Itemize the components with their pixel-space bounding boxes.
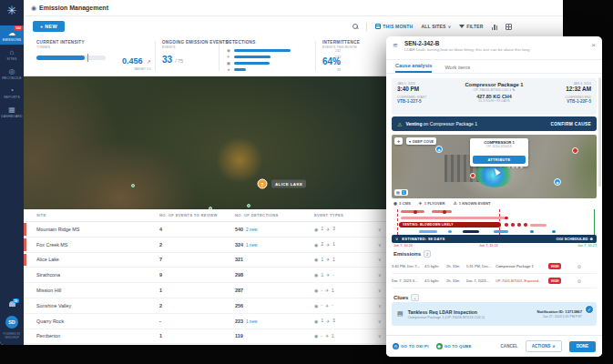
events-to-review: 4 xyxy=(159,227,235,232)
sidebar-item[interactable]: RECONCILE xyxy=(0,64,24,83)
cause-event: Venting xyxy=(405,121,422,126)
detections-count: 287 xyxy=(235,288,243,293)
sidebar: ✳ 102 EMISSIONS SITES RECONCILE REPORTS xyxy=(0,0,24,345)
new-button[interactable]: + NEW xyxy=(33,21,65,32)
search-icon[interactable] xyxy=(352,24,358,29)
calendar-icon xyxy=(375,24,381,29)
emission-source[interactable]: Compressor Package 1 xyxy=(496,264,548,268)
flyover-icon: ✈ xyxy=(326,242,330,248)
end-reference-link[interactable]: VTB-1-22F-5 xyxy=(567,99,591,104)
go-to-qube-link[interactable]: ◉GO TO QUBE xyxy=(436,343,472,349)
clues-section-header: Clues + xyxy=(393,294,419,301)
cancel-button[interactable]: CANCEL xyxy=(501,344,518,349)
close-icon[interactable]: × xyxy=(591,41,596,49)
edit-icon[interactable]: ✎ xyxy=(512,88,515,92)
layers-toggle[interactable]: ▦1 xyxy=(394,189,408,196)
emission-row[interactable]: 3:40 PM, Dec 7... 4.5 kg/hr 2h, 31m 5:31… xyxy=(392,259,597,274)
event-timeline[interactable]: VENTING: BLOWDOWN LIKELY ∨ ESTIMATED: 98… xyxy=(392,209,597,248)
map-site-dot[interactable] xyxy=(131,184,135,187)
panel-scrollbar[interactable] xyxy=(598,77,601,187)
site-name: Quarry Rock xyxy=(36,318,159,324)
site-minimap[interactable]: ✛ ▾DEEP COVE COMPRESSOR 1 OP-3234-32341S… xyxy=(392,135,597,198)
detection-bar xyxy=(234,49,291,52)
emission-rate: 55.3 KG/H • 99 DAYS xyxy=(478,99,510,103)
detections-count: 298 xyxy=(235,272,243,278)
camera-marker[interactable]: ◉ xyxy=(435,146,443,153)
detection-source-icon: ✈ xyxy=(226,55,231,59)
sidebar-item[interactable]: DASHBOARD xyxy=(0,102,24,121)
panel-tabs: Cause analysis Work items xyxy=(386,60,602,74)
estimate-bar[interactable]: ∨ ESTIMATED: 98 DAYS OGI SCHEDULED⊕ xyxy=(392,235,597,243)
period-filter[interactable]: THIS MONTH xyxy=(375,24,413,29)
warning-icon: ⚠ xyxy=(397,121,402,127)
detections-count: 223 xyxy=(235,318,243,324)
legend-icon: ⚠ xyxy=(454,201,457,206)
events-to-review: - xyxy=(159,318,235,324)
actions-button[interactable]: ACTIONS∧ xyxy=(526,340,562,352)
emission-duration: 2h, 31m xyxy=(446,278,466,283)
sidebar-item-icon xyxy=(10,48,15,56)
cms-icon: ◉ xyxy=(314,272,318,278)
tab-cause-analysis[interactable]: Cause analysis xyxy=(395,63,432,73)
site-name: Strathcona xyxy=(36,272,159,278)
confirm-cause-button[interactable]: CONFIRM CAUSE xyxy=(551,122,591,126)
panel-subtitle: LDAR Leak: turning leak on blow fitting;… xyxy=(404,47,595,52)
events-to-review: 7 xyxy=(159,257,235,262)
clue-card[interactable]: ▤ Tankless Req LDAR Inspection Compresso… xyxy=(392,302,597,326)
sidebar-item[interactable]: REPORTS xyxy=(0,83,24,102)
cms-icon: ◉ xyxy=(314,227,318,232)
new-detections: 1 new xyxy=(246,319,257,324)
clue-date: Jan 27, 2024 2:45 PM PST xyxy=(536,315,582,318)
emission-row[interactable]: Dec 7, 2023 3... 4.5 kg/hr 2h, 31m Dec 7… xyxy=(392,274,597,288)
section-badge: + xyxy=(411,294,418,301)
intensity-progress-bar xyxy=(36,56,106,60)
detections-count: 540 xyxy=(235,227,243,232)
sidebar-item[interactable]: 102 EMISSIONS xyxy=(0,25,24,45)
sensor-icon: ≋ xyxy=(393,42,398,49)
ongoing-value: 33 xyxy=(162,55,172,65)
toolbar-divider xyxy=(366,23,367,31)
row-settings-icon[interactable]: ⚙ xyxy=(570,278,581,284)
emission-rate: 4.5 kg/hr xyxy=(424,264,446,268)
go-to-osi-pi-link[interactable]: ◴GO TO OSI PI xyxy=(393,343,429,349)
legend-item: ✈ 1 FLYOVER xyxy=(419,201,445,206)
minimap-legend: ◉ 3 CMS ✈ 1 FLYOVER ⚠ 1 KNOWN EVENT xyxy=(393,201,491,206)
sidebar-item-icon xyxy=(8,106,15,114)
grid-view-icon[interactable] xyxy=(506,24,512,30)
funnel-icon xyxy=(459,25,465,28)
attribute-tooltip: COMPRESSOR 1 OP-3234-32341S ATTRIBUTE xyxy=(470,138,528,167)
crosshair-control[interactable]: ✛ xyxy=(394,137,403,145)
notifications-bell-icon[interactable]: 19 xyxy=(8,301,16,308)
sidebar-bottom: 19 SD POWERED BY SENSORUP xyxy=(0,301,24,339)
analytics-icon[interactable] xyxy=(492,24,498,30)
flyover-icon: ✈ xyxy=(326,227,330,232)
tab-work-items[interactable]: Work items xyxy=(444,65,470,73)
map-site-dot[interactable] xyxy=(247,204,250,207)
attribute-button[interactable]: ATTRIBUTE xyxy=(473,156,526,164)
done-button[interactable]: DONE xyxy=(569,341,596,352)
flyover-icon: ✈ xyxy=(326,272,330,278)
sidebar-item-label: REPORTS xyxy=(4,96,20,99)
alert-marker[interactable] xyxy=(572,147,578,154)
avatar[interactable]: SD xyxy=(5,316,18,329)
map-marker-alice-lake[interactable]: 7 xyxy=(258,179,268,189)
filter-button[interactable]: FILTER xyxy=(459,24,483,29)
location-chip: ▾DEEP COVE xyxy=(406,137,436,145)
trend-up-icon: ↗ xyxy=(147,59,151,65)
ogi-scheduled-label: OGI SCHEDULED xyxy=(557,237,588,241)
notification-count-badge: 102 xyxy=(14,25,23,31)
notification-id: Notification ID: 13713867 xyxy=(536,309,582,314)
sites-filter[interactable]: ALL SITES∨ xyxy=(421,24,451,29)
camera-marker[interactable]: ◉ xyxy=(554,178,561,186)
panel-title: SEN-2-342-B xyxy=(404,40,595,46)
inspection-icon: ▤ xyxy=(397,310,404,318)
start-reference-link[interactable]: VTB-1-227-5 xyxy=(397,99,450,104)
row-settings-icon[interactable]: ⚙ xyxy=(570,264,581,269)
detections-count: 324 xyxy=(235,242,243,248)
emission-source[interactable]: OP-7001-BT001- Exposed... xyxy=(496,278,548,283)
sidebar-item[interactable]: SITES xyxy=(0,45,24,64)
venting-bar: VENTING: BLOWDOWN LIKELY xyxy=(399,222,501,228)
check-circle-icon[interactable]: ✓ xyxy=(585,305,594,314)
legend-icon: ◉ xyxy=(393,201,397,206)
qube-icon: ◉ xyxy=(436,343,443,349)
